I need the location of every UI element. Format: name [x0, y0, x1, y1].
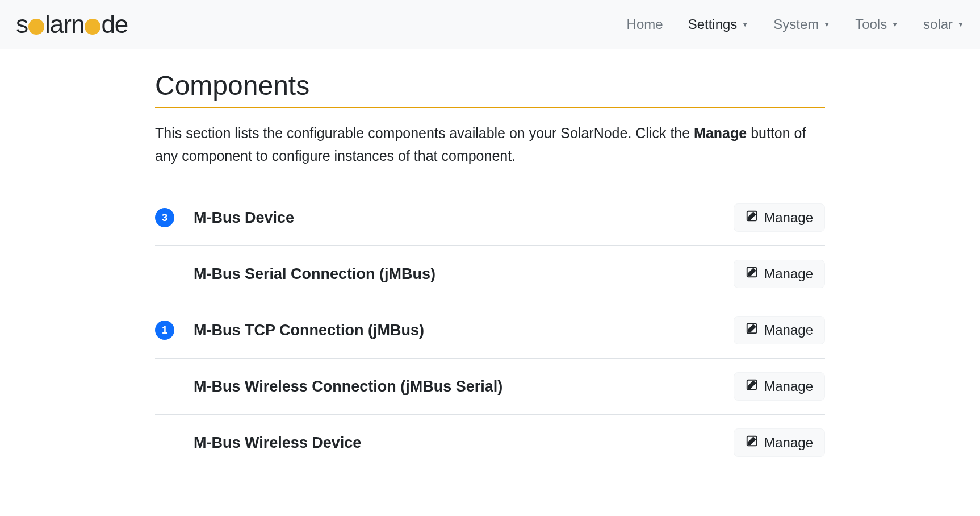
logo-text-1: s — [16, 10, 28, 39]
caret-down-icon: ▼ — [823, 20, 830, 28]
manage-button-label: Manage — [764, 322, 813, 338]
logo-text-2: larn — [45, 10, 84, 39]
manage-button-label: Manage — [764, 210, 813, 226]
description-text: This section lists the configurable comp… — [155, 125, 694, 141]
component-list: 3M-Bus DeviceManageM-Bus Serial Connecti… — [155, 190, 825, 471]
component-row: 1M-Bus TCP Connection (jMBus)Manage — [155, 302, 825, 359]
main-content: Components This section lists the config… — [144, 49, 836, 492]
nav-menu: HomeSettings▼System▼Tools▼solar▼ — [627, 16, 964, 32]
component-name: M-Bus Serial Connection (jMBus) — [194, 265, 722, 283]
nav-item-label: Home — [627, 16, 663, 32]
manage-button-label: Manage — [764, 266, 813, 282]
edit-icon — [746, 322, 758, 338]
nav-item-label: Settings — [688, 16, 738, 32]
nav-item-label: Tools — [855, 16, 887, 32]
badge-slot: 3 — [155, 208, 182, 227]
edit-icon — [746, 378, 758, 394]
nav-item-solar[interactable]: solar▼ — [923, 16, 964, 32]
manage-button-label: Manage — [764, 378, 813, 394]
description-bold: Manage — [694, 125, 747, 141]
manage-button[interactable]: Manage — [734, 203, 825, 232]
logo-text-3: de — [101, 10, 128, 39]
component-name: M-Bus TCP Connection (jMBus) — [194, 322, 722, 339]
edit-icon — [746, 266, 758, 282]
manage-button[interactable]: Manage — [734, 372, 825, 401]
nav-item-tools[interactable]: Tools▼ — [855, 16, 898, 32]
component-name: M-Bus Wireless Connection (jMBus Serial) — [194, 378, 722, 396]
nav-item-label: solar — [923, 16, 953, 32]
manage-button[interactable]: Manage — [734, 260, 825, 288]
nav-item-settings[interactable]: Settings▼ — [688, 16, 749, 32]
component-row: M-Bus Wireless DeviceManage — [155, 415, 825, 471]
manage-button[interactable]: Manage — [734, 428, 825, 457]
logo[interactable]: slarnde — [16, 10, 128, 39]
component-row: 3M-Bus DeviceManage — [155, 190, 825, 246]
component-row: M-Bus Serial Connection (jMBus)Manage — [155, 246, 825, 302]
nav-item-home[interactable]: Home — [627, 16, 663, 32]
count-badge: 1 — [155, 321, 174, 340]
manage-button[interactable]: Manage — [734, 316, 825, 344]
navbar: slarnde HomeSettings▼System▼Tools▼solar▼ — [0, 0, 980, 49]
logo-dot-icon — [28, 19, 44, 35]
page-description: This section lists the configurable comp… — [155, 122, 825, 167]
edit-icon — [746, 435, 758, 451]
nav-item-label: System — [773, 16, 819, 32]
caret-down-icon: ▼ — [742, 20, 748, 28]
component-name: M-Bus Device — [194, 209, 722, 227]
component-row: M-Bus Wireless Connection (jMBus Serial)… — [155, 359, 825, 415]
edit-icon — [746, 210, 758, 226]
component-name: M-Bus Wireless Device — [194, 434, 722, 452]
caret-down-icon: ▼ — [957, 20, 964, 28]
page-title: Components — [155, 70, 825, 108]
manage-button-label: Manage — [764, 435, 813, 451]
caret-down-icon: ▼ — [891, 20, 898, 28]
nav-item-system[interactable]: System▼ — [773, 16, 830, 32]
badge-slot: 1 — [155, 321, 182, 340]
logo-dot-icon — [85, 19, 100, 35]
count-badge: 3 — [155, 208, 174, 227]
